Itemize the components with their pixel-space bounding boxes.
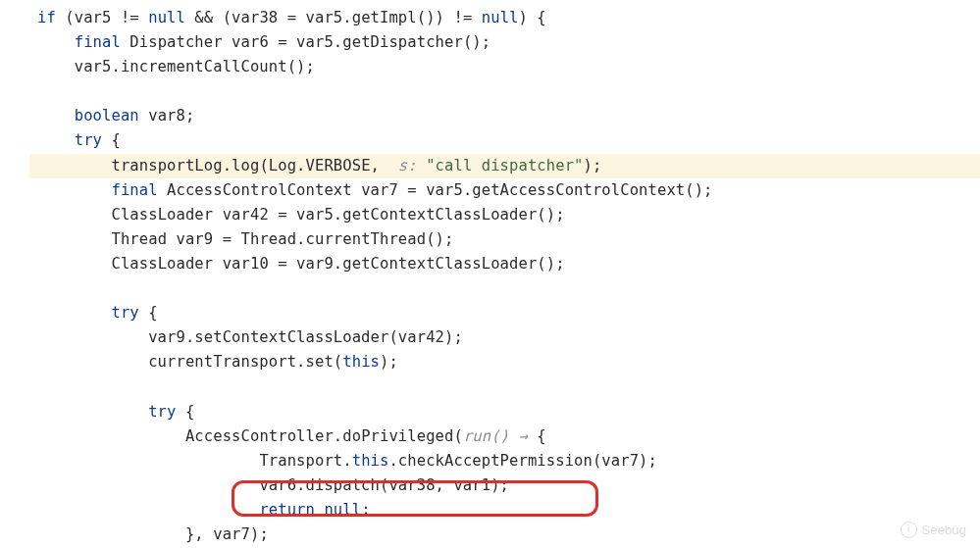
token-plain: var5.incrementCallCount();: [75, 58, 315, 75]
token-kw: this: [352, 452, 389, 470]
code-line: final AccessControlContext var7 = var5.g…: [29, 178, 980, 203]
code-line: }, var7);: [29, 523, 980, 547]
token-str: "call dispatcher": [426, 157, 583, 174]
code-line: currentTransport.set(this);: [29, 350, 980, 374]
token-kw: this: [342, 353, 380, 371]
code-line: Thread var9 = Thread.currentThread();: [29, 227, 980, 252]
code-line: if (var5 != null && (var38 = var5.getImp…: [29, 6, 980, 30]
token-kw: final: [75, 33, 121, 51]
code-block: if (var5 != null && (var38 = var5.getImp…: [0, 0, 980, 547]
token-plain: }, var7);: [185, 525, 269, 543]
code-line: var6.dispatch(var38, var1);: [29, 473, 980, 498]
code-line: var5.incrementCallCount();: [29, 55, 980, 79]
token-plain: {: [537, 427, 545, 445]
code-line: AccessController.doPrivileged(run() → {: [29, 424, 980, 449]
token-kw: if: [37, 9, 56, 26]
token-plain: .checkAcceptPermission(var7);: [388, 452, 657, 470]
token-plain: transportLog.log(Log.VERBOSE,: [111, 157, 397, 174]
code-line: var9.setContextClassLoader(var42);: [29, 325, 980, 350]
token-plain: );: [380, 353, 398, 371]
token-plain: {: [176, 403, 194, 421]
code-line: try {: [29, 128, 980, 153]
token-kw: try: [148, 403, 176, 421]
token-plain: currentTransport.set(: [148, 353, 342, 371]
token-plain: {: [102, 131, 121, 149]
token-plain: AccessController.doPrivileged(: [185, 427, 463, 445]
token-plain: ;: [361, 501, 370, 519]
token-plain: (var5 !=: [56, 9, 148, 26]
code-line: ClassLoader var42 = var5.getContextClass…: [29, 203, 980, 227]
token-plain: Thread var9 = Thread.currentThread();: [111, 230, 453, 248]
token-plain: AccessControlContext var7 = var5.getAcce…: [158, 181, 713, 199]
token-plain: Transport.: [259, 452, 351, 470]
watermark-icon: i: [901, 522, 917, 538]
token-plain: ClassLoader var42 = var5.getContextClass…: [111, 206, 564, 224]
token-inl: run() →: [463, 427, 537, 445]
token-kw: try: [111, 304, 138, 322]
code-line: try {: [29, 400, 980, 424]
code-line: [29, 276, 980, 301]
token-kw: null: [148, 9, 185, 26]
code-line: [29, 374, 980, 399]
code-line: transportLog.log(Log.VERBOSE, s: "call d…: [29, 154, 980, 178]
token-plain: var8;: [139, 107, 195, 125]
code-line: boolean var8;: [29, 104, 980, 128]
token-kw: null: [482, 9, 519, 26]
code-line: final Dispatcher var6 = var5.getDispatch…: [29, 30, 980, 55]
code-line: ClassLoader var10 = var9.getContextClass…: [29, 252, 980, 276]
watermark-text: Seebug: [922, 520, 966, 540]
token-plain: && (var38 = var5.getImpl()) !=: [185, 9, 482, 26]
token-inl: s:: [398, 157, 426, 174]
token-plain: ClassLoader var10 = var9.getContextClass…: [111, 255, 564, 273]
token-plain: var6.dispatch(var38, var1);: [259, 476, 509, 494]
token-plain: [315, 501, 324, 519]
token-kw: boolean: [75, 107, 139, 125]
code-line: [29, 79, 980, 104]
code-line: try {: [29, 301, 980, 325]
token-kw: return: [259, 501, 315, 519]
code-line: return null;: [29, 498, 980, 523]
token-kw: final: [111, 181, 157, 199]
watermark: i Seebug: [901, 520, 966, 540]
token-plain: Dispatcher var6 = var5.getDispatcher();: [121, 33, 490, 51]
token-plain: var9.setContextClassLoader(var42);: [148, 328, 463, 346]
token-kw: try: [75, 131, 102, 149]
token-kw: null: [324, 501, 361, 519]
token-plain: {: [139, 304, 158, 322]
token-plain: ) {: [519, 9, 546, 26]
token-plain: );: [584, 157, 602, 174]
code-line: Transport.this.checkAcceptPermission(var…: [29, 449, 980, 473]
